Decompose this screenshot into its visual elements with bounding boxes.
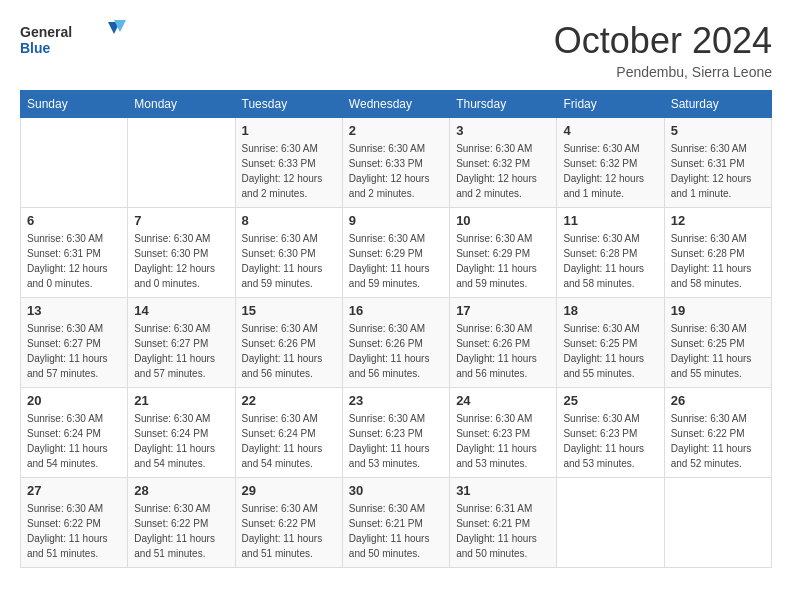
- week-row-4: 20Sunrise: 6:30 AM Sunset: 6:24 PM Dayli…: [21, 388, 772, 478]
- day-detail: Sunrise: 6:30 AM Sunset: 6:28 PM Dayligh…: [671, 231, 765, 291]
- day-number: 31: [456, 483, 550, 498]
- calendar-cell: 31Sunrise: 6:31 AM Sunset: 6:21 PM Dayli…: [450, 478, 557, 568]
- calendar-cell: 8Sunrise: 6:30 AM Sunset: 6:30 PM Daylig…: [235, 208, 342, 298]
- day-detail: Sunrise: 6:30 AM Sunset: 6:23 PM Dayligh…: [456, 411, 550, 471]
- day-number: 7: [134, 213, 228, 228]
- calendar-cell: 30Sunrise: 6:30 AM Sunset: 6:21 PM Dayli…: [342, 478, 449, 568]
- day-detail: Sunrise: 6:30 AM Sunset: 6:22 PM Dayligh…: [27, 501, 121, 561]
- calendar-cell: 5Sunrise: 6:30 AM Sunset: 6:31 PM Daylig…: [664, 118, 771, 208]
- day-number: 17: [456, 303, 550, 318]
- day-detail: Sunrise: 6:30 AM Sunset: 6:26 PM Dayligh…: [349, 321, 443, 381]
- day-number: 2: [349, 123, 443, 138]
- day-number: 5: [671, 123, 765, 138]
- calendar-cell: 26Sunrise: 6:30 AM Sunset: 6:22 PM Dayli…: [664, 388, 771, 478]
- day-number: 3: [456, 123, 550, 138]
- day-detail: Sunrise: 6:30 AM Sunset: 6:33 PM Dayligh…: [349, 141, 443, 201]
- day-number: 20: [27, 393, 121, 408]
- day-number: 21: [134, 393, 228, 408]
- week-row-1: 1Sunrise: 6:30 AM Sunset: 6:33 PM Daylig…: [21, 118, 772, 208]
- calendar-cell: 28Sunrise: 6:30 AM Sunset: 6:22 PM Dayli…: [128, 478, 235, 568]
- header-wednesday: Wednesday: [342, 91, 449, 118]
- page-header: General Blue October 2024 Pendembu, Sier…: [20, 20, 772, 80]
- week-row-3: 13Sunrise: 6:30 AM Sunset: 6:27 PM Dayli…: [21, 298, 772, 388]
- day-number: 10: [456, 213, 550, 228]
- day-detail: Sunrise: 6:30 AM Sunset: 6:29 PM Dayligh…: [456, 231, 550, 291]
- calendar-cell: 29Sunrise: 6:30 AM Sunset: 6:22 PM Dayli…: [235, 478, 342, 568]
- day-number: 24: [456, 393, 550, 408]
- day-detail: Sunrise: 6:30 AM Sunset: 6:25 PM Dayligh…: [671, 321, 765, 381]
- day-number: 8: [242, 213, 336, 228]
- day-detail: Sunrise: 6:31 AM Sunset: 6:21 PM Dayligh…: [456, 501, 550, 561]
- svg-text:Blue: Blue: [20, 40, 51, 56]
- calendar-header-row: SundayMondayTuesdayWednesdayThursdayFrid…: [21, 91, 772, 118]
- day-number: 18: [563, 303, 657, 318]
- calendar-cell: 19Sunrise: 6:30 AM Sunset: 6:25 PM Dayli…: [664, 298, 771, 388]
- day-number: 30: [349, 483, 443, 498]
- day-number: 15: [242, 303, 336, 318]
- month-title: October 2024: [554, 20, 772, 62]
- day-detail: Sunrise: 6:30 AM Sunset: 6:27 PM Dayligh…: [134, 321, 228, 381]
- calendar-cell: 14Sunrise: 6:30 AM Sunset: 6:27 PM Dayli…: [128, 298, 235, 388]
- day-number: 26: [671, 393, 765, 408]
- day-number: 1: [242, 123, 336, 138]
- calendar-cell: 2Sunrise: 6:30 AM Sunset: 6:33 PM Daylig…: [342, 118, 449, 208]
- calendar-cell: [128, 118, 235, 208]
- header-tuesday: Tuesday: [235, 91, 342, 118]
- day-number: 6: [27, 213, 121, 228]
- day-number: 9: [349, 213, 443, 228]
- calendar-cell: 20Sunrise: 6:30 AM Sunset: 6:24 PM Dayli…: [21, 388, 128, 478]
- calendar-cell: 18Sunrise: 6:30 AM Sunset: 6:25 PM Dayli…: [557, 298, 664, 388]
- week-row-5: 27Sunrise: 6:30 AM Sunset: 6:22 PM Dayli…: [21, 478, 772, 568]
- day-detail: Sunrise: 6:30 AM Sunset: 6:32 PM Dayligh…: [563, 141, 657, 201]
- header-saturday: Saturday: [664, 91, 771, 118]
- calendar-cell: 6Sunrise: 6:30 AM Sunset: 6:31 PM Daylig…: [21, 208, 128, 298]
- calendar-cell: [557, 478, 664, 568]
- day-number: 14: [134, 303, 228, 318]
- calendar-cell: [664, 478, 771, 568]
- day-number: 13: [27, 303, 121, 318]
- day-number: 27: [27, 483, 121, 498]
- calendar-cell: 16Sunrise: 6:30 AM Sunset: 6:26 PM Dayli…: [342, 298, 449, 388]
- calendar-cell: [21, 118, 128, 208]
- calendar-cell: 24Sunrise: 6:30 AM Sunset: 6:23 PM Dayli…: [450, 388, 557, 478]
- header-sunday: Sunday: [21, 91, 128, 118]
- calendar-cell: 12Sunrise: 6:30 AM Sunset: 6:28 PM Dayli…: [664, 208, 771, 298]
- calendar-cell: 11Sunrise: 6:30 AM Sunset: 6:28 PM Dayli…: [557, 208, 664, 298]
- day-detail: Sunrise: 6:30 AM Sunset: 6:26 PM Dayligh…: [456, 321, 550, 381]
- week-row-2: 6Sunrise: 6:30 AM Sunset: 6:31 PM Daylig…: [21, 208, 772, 298]
- calendar-cell: 1Sunrise: 6:30 AM Sunset: 6:33 PM Daylig…: [235, 118, 342, 208]
- calendar-cell: 10Sunrise: 6:30 AM Sunset: 6:29 PM Dayli…: [450, 208, 557, 298]
- day-detail: Sunrise: 6:30 AM Sunset: 6:27 PM Dayligh…: [27, 321, 121, 381]
- title-block: October 2024 Pendembu, Sierra Leone: [554, 20, 772, 80]
- day-detail: Sunrise: 6:30 AM Sunset: 6:30 PM Dayligh…: [134, 231, 228, 291]
- day-detail: Sunrise: 6:30 AM Sunset: 6:31 PM Dayligh…: [27, 231, 121, 291]
- calendar-cell: 27Sunrise: 6:30 AM Sunset: 6:22 PM Dayli…: [21, 478, 128, 568]
- location: Pendembu, Sierra Leone: [554, 64, 772, 80]
- calendar-cell: 23Sunrise: 6:30 AM Sunset: 6:23 PM Dayli…: [342, 388, 449, 478]
- day-number: 19: [671, 303, 765, 318]
- day-detail: Sunrise: 6:30 AM Sunset: 6:23 PM Dayligh…: [563, 411, 657, 471]
- calendar-cell: 7Sunrise: 6:30 AM Sunset: 6:30 PM Daylig…: [128, 208, 235, 298]
- calendar-cell: 21Sunrise: 6:30 AM Sunset: 6:24 PM Dayli…: [128, 388, 235, 478]
- header-friday: Friday: [557, 91, 664, 118]
- day-number: 11: [563, 213, 657, 228]
- day-detail: Sunrise: 6:30 AM Sunset: 6:22 PM Dayligh…: [671, 411, 765, 471]
- day-detail: Sunrise: 6:30 AM Sunset: 6:26 PM Dayligh…: [242, 321, 336, 381]
- svg-text:General: General: [20, 24, 72, 40]
- day-detail: Sunrise: 6:30 AM Sunset: 6:24 PM Dayligh…: [134, 411, 228, 471]
- day-number: 29: [242, 483, 336, 498]
- day-number: 25: [563, 393, 657, 408]
- calendar-table: SundayMondayTuesdayWednesdayThursdayFrid…: [20, 90, 772, 568]
- day-detail: Sunrise: 6:30 AM Sunset: 6:21 PM Dayligh…: [349, 501, 443, 561]
- day-detail: Sunrise: 6:30 AM Sunset: 6:32 PM Dayligh…: [456, 141, 550, 201]
- day-detail: Sunrise: 6:30 AM Sunset: 6:29 PM Dayligh…: [349, 231, 443, 291]
- calendar-cell: 17Sunrise: 6:30 AM Sunset: 6:26 PM Dayli…: [450, 298, 557, 388]
- day-detail: Sunrise: 6:30 AM Sunset: 6:22 PM Dayligh…: [134, 501, 228, 561]
- day-detail: Sunrise: 6:30 AM Sunset: 6:24 PM Dayligh…: [242, 411, 336, 471]
- calendar-cell: 25Sunrise: 6:30 AM Sunset: 6:23 PM Dayli…: [557, 388, 664, 478]
- day-number: 23: [349, 393, 443, 408]
- day-number: 4: [563, 123, 657, 138]
- calendar-cell: 4Sunrise: 6:30 AM Sunset: 6:32 PM Daylig…: [557, 118, 664, 208]
- day-number: 12: [671, 213, 765, 228]
- logo-svg: General Blue: [20, 20, 130, 60]
